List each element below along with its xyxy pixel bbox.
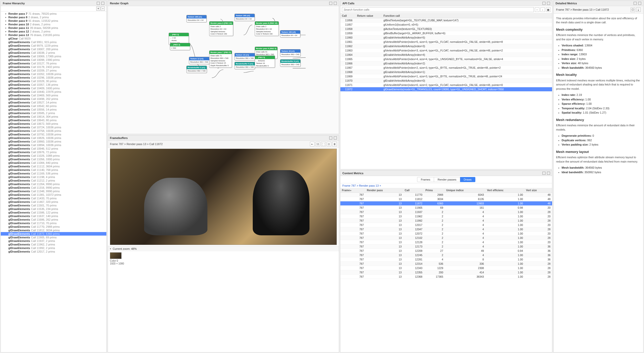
- content-metrics-breadcrumb[interactable]: Frame 787 > Render pass 13 ×: [342, 184, 381, 187]
- api-row[interactable]: 11861glVertexAttribPointer(index=5, size…: [340, 40, 552, 44]
- col-header[interactable]: Frame▾: [340, 188, 365, 193]
- tree-draw[interactable]: glDrawElementsCall 11637, 140 prims: [1, 214, 106, 218]
- table-row[interactable]: 7871312245241.0036: [340, 253, 552, 257]
- col-call[interactable]: Call: [340, 13, 356, 18]
- col-header[interactable]: Render pass: [365, 188, 403, 193]
- tree-draw[interactable]: glDrawElementsCall 11348, 9990 prims: [1, 189, 106, 193]
- tab-frames[interactable]: Frames: [417, 177, 434, 182]
- api-row[interactable]: 11869glVertexAttribPointer(index=1, size…: [340, 74, 552, 79]
- api-row[interactable]: 11866glEnableVertexAttribArray(index=2): [340, 61, 552, 66]
- graph-node[interactable]: Texture 160 (v2)Resolution 64 × 64: [235, 14, 255, 21]
- tree-draw[interactable]: glDrawElementsCall 10007, 200 prims: [1, 47, 106, 51]
- tree-draw[interactable]: glDrawElementsCall 10643, 80 prims: [1, 118, 106, 122]
- tree-draw[interactable]: glDrawElementsCall 10069, 17365 prims: [1, 55, 106, 58]
- col-fn[interactable]: Function call: [382, 13, 552, 18]
- tree-draw[interactable]: glDrawElementsCall 10542, 60 prims: [1, 104, 106, 108]
- tree-draw[interactable]: glDrawElementsCall 10127, 78 prims: [1, 62, 106, 65]
- tree-draw[interactable]: glDrawElementsCall 11084, 840 prims: [1, 161, 106, 165]
- tree-draw[interactable]: glDrawElementsCall 11501, 70 prims: [1, 204, 106, 207]
- tree-draw[interactable]: glDrawElementsCall 10672, 569 prims: [1, 122, 106, 126]
- tree-draw[interactable]: glDrawElementsCall 11812, 3034 prims: [1, 228, 106, 232]
- close-icon[interactable]: [547, 172, 550, 175]
- graph-node[interactable]: Texture 160 (v1)Resolution 64 × 64: [186, 15, 207, 22]
- close-icon[interactable]: [334, 136, 337, 139]
- tree-draw[interactable]: glDrawElementsCall 11169, 536 prims: [1, 172, 106, 175]
- tree-draw[interactable]: glDrawElementsCall 11026, 1088 prims: [1, 154, 106, 157]
- tree-draw[interactable]: glDrawElementsCall 10826, 10036 prims: [1, 136, 106, 140]
- tree-draw[interactable]: glDrawElementsCall 10409, 1600 prims: [1, 86, 106, 90]
- table-row[interactable]: 7871312173241.0036: [340, 244, 552, 249]
- tree-draw[interactable]: glDrawElementsCall 11198, 4 prims: [1, 175, 106, 179]
- tree-draw[interactable]: glDrawElementsCall 11381, 10372 prims: [1, 193, 106, 197]
- tree-draw[interactable]: glDrawElementsCall 11535, 234 prims: [1, 207, 106, 211]
- api-row[interactable]: 11865glVertexAttribPointer(index=4, size…: [340, 57, 552, 61]
- layers-icon[interactable]: ≣: [332, 142, 337, 146]
- tree-draw[interactable]: glDrawElementsCall 10556, 14 prims: [1, 108, 106, 111]
- framebuffer-image[interactable]: [110, 149, 337, 245]
- channels-icon[interactable]: ☷: [327, 142, 331, 146]
- tree-draw[interactable]: glDrawElementsCall 11112, 3604 prims: [1, 165, 106, 168]
- filter-icon[interactable]: ▦: [546, 7, 551, 12]
- table-row[interactable]: 7871312102241.0028: [340, 236, 552, 240]
- restore-icon[interactable]: [634, 2, 637, 5]
- table-row[interactable]: 7871312128241.0020: [340, 240, 552, 244]
- tree-draw[interactable]: glDrawElementsCall 10209, 27 prims: [1, 69, 106, 72]
- tree-pass[interactable]: ▸Render pass 1139 draws, 58208 prims: [1, 26, 106, 30]
- restore-icon[interactable]: [97, 2, 100, 5]
- table-row[interactable]: 787131236817365383431.0028: [340, 275, 552, 279]
- tree-draw[interactable]: glDrawElementsCall 11905, 69 prims: [1, 236, 106, 239]
- graph-node[interactable]: Texture 12 (v1)Resolution 960 × 540: [189, 57, 209, 64]
- tree-pass[interactable]: ▾Render pass 1376 draws, 218165 prims: [1, 33, 106, 37]
- tree-pass[interactable]: ▸Render pass 122 draws, 2 prims: [1, 30, 106, 33]
- tab-render-passes[interactable]: Render passes: [434, 177, 460, 182]
- tree-draw[interactable]: glDrawElementsCall 11710, 70 prims: [1, 221, 106, 225]
- restore-icon[interactable]: [329, 136, 332, 139]
- graph-node[interactable]: ... (FBO 5)... texturesTexture 16Renderb…: [255, 56, 275, 68]
- api-row[interactable]: 11862glEnableVertexAttribArray(index=3): [340, 44, 552, 48]
- close-icon[interactable]: [547, 2, 550, 5]
- tree-draw[interactable]: glDrawElementsCall 10792, 10036 prims: [1, 133, 106, 136]
- fit-icon[interactable]: ⛶: [321, 142, 326, 146]
- graph-node[interactable]: Texture 16 (v1)Resolution 960 × 540: [280, 49, 301, 57]
- graph-node[interactable]: ... (FBO 2)× 540: [170, 43, 190, 50]
- tree-pass[interactable]: ▸Render pass 771 draws, 76520 prims: [1, 12, 106, 15]
- graph-node[interactable]: Renderbuffer 6 (v1)Resolution 960 × 540: [280, 59, 301, 67]
- api-row[interactable]: 11864glEnableVertexAttribArray(index=4): [340, 53, 552, 57]
- tree-draw[interactable]: glDrawElementsCall 11770, 2988 prims: [1, 225, 106, 228]
- api-row[interactable]: 11871glVertexAttribPointer(index=0, size…: [340, 83, 552, 87]
- graph-node[interactable]: Render pass 6 (FBO 12)Draw calls 2Resolu…: [209, 21, 233, 36]
- tree-draw[interactable]: glDrawElementsCall 11962, 2 prims: [1, 243, 106, 246]
- tree-draw[interactable]: glDrawElementsCall 11056, 3300 prims: [1, 157, 106, 161]
- api-row[interactable]: 11868glEnableVertexAttribArray(index=1): [340, 70, 552, 74]
- restore-icon[interactable]: [329, 2, 332, 5]
- tree-draw[interactable]: glDrawElementsCall 10440, 22976 prims: [1, 90, 106, 94]
- tree-draw[interactable]: glDrawElementsCall 9979, 1229 prims: [1, 44, 106, 47]
- graph-node[interactable]: Renderbuffer 5 (v1)Resolution 960 × 540: [235, 62, 255, 69]
- tree-draw[interactable]: glDrawElementsCall 12017, 2 prims: [1, 250, 106, 253]
- graph-node[interactable]: Render pass 8 (FBO 12)Draw calls 2Resolu…: [255, 21, 279, 36]
- col-header[interactable]: Vert efficienc: [485, 188, 524, 193]
- table-row[interactable]: 78713123145363361.0028: [340, 262, 552, 266]
- table-row[interactable]: 787131220927490.9436: [340, 249, 552, 253]
- api-row[interactable]: 11863glVertexAttribPointer(index=3, size…: [340, 48, 552, 53]
- table-row[interactable]: 7871311992241.0028: [340, 219, 552, 223]
- restore-icon[interactable]: [542, 2, 545, 5]
- graph-node[interactable]: Renderbuffer 2 (v1)Resolution 960 × 540: [186, 66, 207, 73]
- tree-draw[interactable]: glDrawElementsCall 10328, 30 prims: [1, 79, 106, 83]
- restore-icon[interactable]: [542, 172, 545, 175]
- api-row[interactable]: 11856glBindTexture(target=GL_TEXTURE_CUB…: [340, 18, 552, 23]
- tree-draw[interactable]: glDrawElementsCall 10357, 136 prims: [1, 83, 106, 86]
- tree-draw[interactable]: glDrawElementsCall 10860, 10036 prims: [1, 140, 106, 143]
- table-row[interactable]: 7871311962241.0020: [340, 214, 552, 219]
- tree-draw[interactable]: glDrawElementsCall 10976, 72 prims: [1, 150, 106, 154]
- table-row[interactable]: 7871311770298860431.0048: [340, 193, 552, 197]
- tree-draw[interactable]: glDrawElementsCall 11212, 2 prims: [1, 179, 106, 182]
- export-icon[interactable]: ⭳: [636, 7, 641, 12]
- table-row[interactable]: 7871311937241.0028: [340, 210, 552, 214]
- api-row[interactable]: 11867glVertexAttribPointer(index=2, size…: [340, 66, 552, 70]
- collapse-all-button[interactable]: −: [101, 7, 105, 11]
- api-row[interactable]: 11870glEnableVertexAttribArray(index=0): [340, 79, 552, 83]
- tree-pass[interactable]: ▸Render pass 82 draws, 2 prims: [1, 15, 106, 19]
- chevron-down-icon[interactable]: ▾: [110, 248, 111, 250]
- tree-draw[interactable]: glDrawElementsCall 10614, 304 prims: [1, 115, 106, 118]
